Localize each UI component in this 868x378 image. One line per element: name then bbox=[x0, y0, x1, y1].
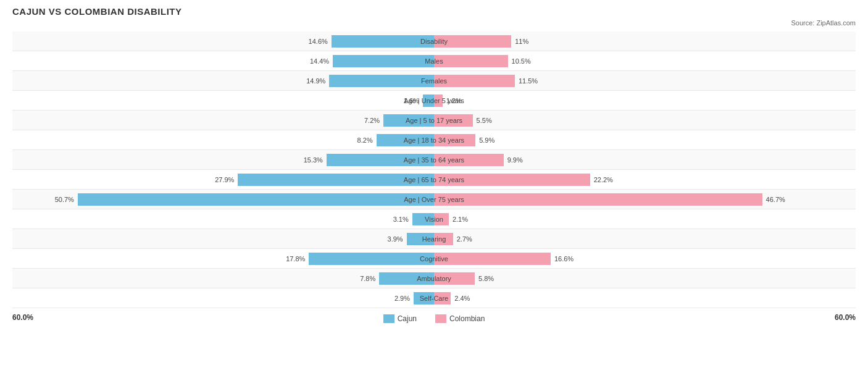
bar-row: 3.9% 2.7% Hearing bbox=[12, 229, 856, 249]
right-side: 2.1% bbox=[434, 209, 856, 229]
row-inner: 15.3% 9.9% Age | 35 to 64 years bbox=[12, 150, 856, 169]
row-inner: 8.2% 5.9% Age | 18 to 34 years bbox=[12, 130, 856, 149]
right-side: 10.5% bbox=[434, 51, 856, 70]
row-inner: 7.8% 5.8% Ambulatory bbox=[12, 269, 856, 288]
colombian-bar bbox=[434, 193, 762, 206]
bar-row: 14.9% 11.5% Females bbox=[12, 71, 856, 91]
colombian-bar bbox=[434, 35, 511, 48]
bar-row: 17.8% 16.6% Cognitive bbox=[12, 249, 856, 269]
left-side: 7.2% bbox=[12, 111, 434, 130]
row-inner: 17.8% 16.6% Cognitive bbox=[12, 249, 856, 268]
cajun-value: 14.9% bbox=[306, 77, 325, 85]
cajun-bar bbox=[379, 272, 434, 285]
row-inner: 14.9% 11.5% Females bbox=[12, 71, 856, 90]
bar-row: 14.4% 10.5% Males bbox=[12, 51, 856, 71]
colombian-legend-label: Colombian bbox=[449, 314, 485, 323]
bar-row: 3.1% 2.1% Vision bbox=[12, 209, 856, 229]
legend-colombian: Colombian bbox=[435, 314, 485, 323]
colombian-bar bbox=[434, 253, 551, 265]
chart-title: CAJUN VS COLOMBIAN DISABILITY bbox=[12, 6, 856, 17]
bar-row: 7.2% 5.5% Age | 5 to 17 years bbox=[12, 111, 856, 130]
cajun-value: 3.1% bbox=[393, 216, 409, 223]
bar-row: 27.9% 22.2% Age | 65 to 74 years bbox=[12, 170, 856, 190]
cajun-bar bbox=[333, 55, 434, 67]
row-inner: 7.2% 5.5% Age | 5 to 17 years bbox=[12, 111, 856, 130]
colombian-bar bbox=[434, 114, 473, 127]
cajun-bar bbox=[238, 174, 434, 186]
cajun-bar bbox=[407, 233, 434, 245]
right-side: 11% bbox=[434, 32, 856, 51]
row-inner: 1.6% 1.2% Age | Under 5 years bbox=[12, 91, 856, 110]
colombian-value: 5.5% bbox=[477, 117, 492, 124]
bar-row: 1.6% 1.2% Age | Under 5 years bbox=[12, 91, 856, 111]
colombian-bar bbox=[434, 134, 475, 146]
chart-area: 14.6% 11% Disability 14.4% 10.5% bbox=[12, 32, 856, 323]
colombian-value: 5.8% bbox=[478, 275, 494, 282]
colombian-value: 2.1% bbox=[453, 216, 468, 223]
cajun-value: 17.8% bbox=[286, 255, 305, 262]
left-side: 14.6% bbox=[12, 32, 434, 51]
row-inner: 27.9% 22.2% Age | 65 to 74 years bbox=[12, 170, 856, 189]
left-side: 15.3% bbox=[12, 150, 434, 169]
colombian-value: 2.4% bbox=[454, 295, 470, 302]
bar-row: 50.7% 46.7% Age | Over 75 years bbox=[12, 190, 856, 209]
row-inner: 3.9% 2.7% Hearing bbox=[12, 229, 856, 248]
colombian-value: 11% bbox=[515, 38, 528, 45]
bar-row: 2.9% 2.4% Self-Care bbox=[12, 288, 856, 308]
cajun-bar bbox=[412, 213, 434, 225]
cajun-bar bbox=[414, 292, 434, 304]
cajun-value: 14.4% bbox=[310, 57, 329, 65]
right-side: 5.9% bbox=[434, 130, 856, 149]
cajun-value: 27.9% bbox=[215, 176, 234, 183]
cajun-value: 14.6% bbox=[309, 38, 328, 45]
bar-row: 8.2% 5.9% Age | 18 to 34 years bbox=[12, 130, 856, 150]
colombian-value: 9.9% bbox=[507, 156, 523, 164]
colombian-value: 2.7% bbox=[457, 235, 472, 243]
row-inner: 2.9% 2.4% Self-Care bbox=[12, 288, 856, 308]
left-side: 8.2% bbox=[12, 130, 434, 149]
row-inner: 3.1% 2.1% Vision bbox=[12, 209, 856, 229]
left-side: 50.7% bbox=[12, 190, 434, 209]
cajun-value: 15.3% bbox=[304, 156, 323, 164]
right-side: 2.4% bbox=[434, 288, 856, 308]
colombian-bar bbox=[434, 94, 443, 107]
cajun-bar bbox=[327, 154, 434, 166]
left-side: 2.9% bbox=[12, 288, 434, 308]
cajun-bar bbox=[309, 253, 434, 265]
left-side: 3.9% bbox=[12, 229, 434, 248]
cajun-bar bbox=[78, 193, 434, 206]
bars-container: 14.6% 11% Disability 14.4% 10.5% bbox=[12, 32, 856, 308]
left-side: 14.4% bbox=[12, 51, 434, 70]
row-inner: 14.6% 11% Disability bbox=[12, 32, 856, 51]
bar-row: 7.8% 5.8% Ambulatory bbox=[12, 269, 856, 288]
right-side: 22.2% bbox=[434, 170, 856, 189]
source-label: Source: ZipAtlas.com bbox=[12, 19, 856, 27]
colombian-bar bbox=[434, 213, 449, 225]
colombian-bar bbox=[434, 55, 508, 67]
colombian-value: 22.2% bbox=[594, 176, 613, 183]
colombian-bar bbox=[434, 75, 515, 87]
cajun-bar bbox=[329, 75, 434, 87]
footer: 60.0% Cajun Colombian 60.0% bbox=[12, 312, 856, 323]
right-side: 2.7% bbox=[434, 229, 856, 248]
colombian-bar bbox=[434, 174, 590, 186]
colombian-bar bbox=[434, 154, 504, 166]
right-side: 16.6% bbox=[434, 249, 856, 268]
right-side: 9.9% bbox=[434, 150, 856, 169]
cajun-value: 1.6% bbox=[404, 97, 419, 104]
cajun-value: 50.7% bbox=[55, 196, 74, 203]
cajun-value: 7.2% bbox=[364, 117, 380, 124]
legend: Cajun Colombian bbox=[223, 314, 645, 323]
cajun-legend-box bbox=[383, 314, 394, 323]
colombian-value: 46.7% bbox=[766, 196, 785, 203]
left-side: 17.8% bbox=[12, 249, 434, 268]
right-side: 5.5% bbox=[434, 111, 856, 130]
bar-row: 15.3% 9.9% Age | 35 to 64 years bbox=[12, 150, 856, 170]
right-side: 5.8% bbox=[434, 269, 856, 288]
legend-cajun: Cajun bbox=[383, 314, 417, 323]
left-side: 7.8% bbox=[12, 269, 434, 288]
cajun-value: 8.2% bbox=[357, 136, 373, 144]
colombian-value: 11.5% bbox=[519, 77, 538, 85]
colombian-bar bbox=[434, 292, 451, 304]
left-side: 3.1% bbox=[12, 209, 434, 229]
